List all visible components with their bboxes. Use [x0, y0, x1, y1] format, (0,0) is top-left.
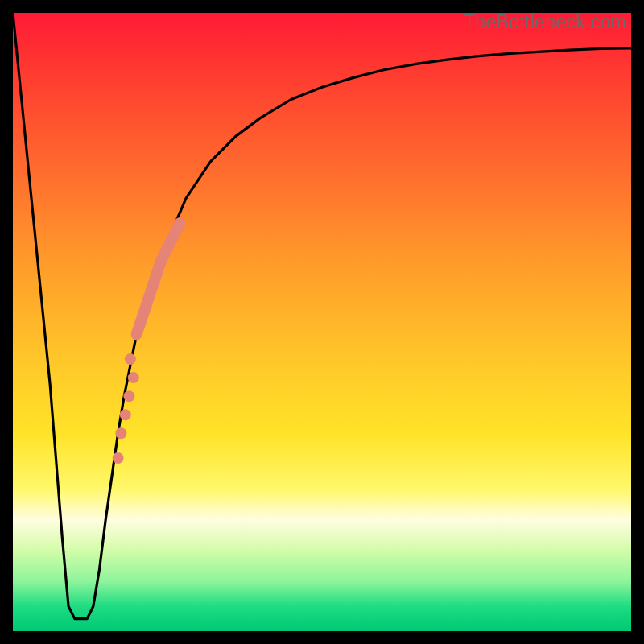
- chart-frame: [0, 0, 644, 644]
- watermark-text: TheBottleneck.com: [464, 11, 626, 33]
- chart-container: TheBottleneck.com: [0, 0, 644, 644]
